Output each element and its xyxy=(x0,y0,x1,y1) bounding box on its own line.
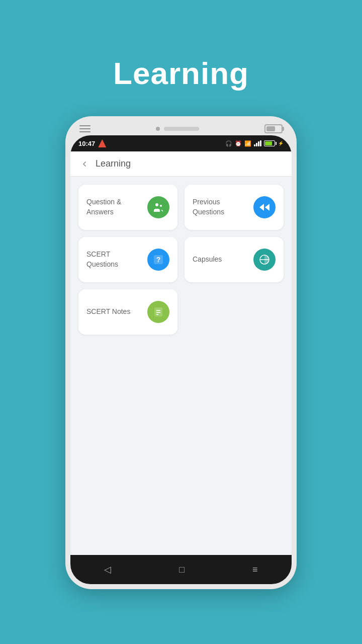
learning-grid: Question &Answers PreviousQuestions xyxy=(70,177,292,555)
capsules-card[interactable]: Capsules xyxy=(185,237,284,282)
svg-rect-8 xyxy=(154,307,162,316)
capsule-icon xyxy=(253,249,276,271)
phone-top-bar xyxy=(70,121,292,135)
phone-screen: 10:47 🎧 ⏰ 📶 xyxy=(70,135,292,584)
status-bar: 10:47 🎧 ⏰ 📶 xyxy=(70,135,292,151)
question-answers-label: Question &Answers xyxy=(86,197,143,217)
capsules-label: Capsules xyxy=(193,255,249,265)
question-answers-card[interactable]: Question &Answers xyxy=(78,185,177,230)
app-logo-icon xyxy=(98,139,106,147)
nav-home-button[interactable]: □ xyxy=(169,562,195,577)
header-title: Learning xyxy=(96,158,131,169)
alarm-icon: ⏰ xyxy=(235,140,242,147)
back-button[interactable] xyxy=(79,159,89,169)
svg-marker-2 xyxy=(259,204,264,211)
status-left: 10:47 xyxy=(78,139,106,147)
status-time: 10:47 xyxy=(78,140,95,147)
phone-notch xyxy=(156,127,199,131)
bottom-nav: ◁ □ ≡ xyxy=(70,555,292,584)
phone-shell: 10:47 🎧 ⏰ 📶 xyxy=(65,116,297,589)
svg-text:?: ? xyxy=(156,256,161,264)
scert-notes-label: SCERT Notes xyxy=(86,307,143,317)
headphone-icon: 🎧 xyxy=(225,140,232,147)
svg-marker-3 xyxy=(265,204,269,211)
phone-top-battery-icon xyxy=(264,124,283,133)
phone-hamburger-icon xyxy=(79,125,90,132)
wifi-icon: 📶 xyxy=(244,140,251,147)
rewind-icon xyxy=(253,196,276,218)
notes-icon xyxy=(147,301,169,323)
nav-menu-button[interactable]: ≡ xyxy=(242,562,268,577)
status-right: 🎧 ⏰ 📶 ⚡ xyxy=(225,140,284,147)
scert-questions-label: SCERTQuestions xyxy=(86,250,143,269)
app-header: Learning xyxy=(70,151,292,177)
svg-point-1 xyxy=(160,205,162,207)
previous-questions-card[interactable]: PreviousQuestions xyxy=(185,185,284,230)
previous-questions-label: PreviousQuestions xyxy=(193,197,249,217)
page-bg-title: Learning xyxy=(113,55,249,91)
charging-bolt-icon: ⚡ xyxy=(278,141,284,146)
scert-notes-card[interactable]: SCERT Notes xyxy=(78,289,177,335)
svg-point-0 xyxy=(155,203,158,206)
question-icon: ? xyxy=(147,249,169,271)
scert-questions-card[interactable]: SCERTQuestions ? xyxy=(78,237,177,282)
nav-back-button[interactable]: ◁ xyxy=(94,562,121,577)
signal-bars-icon xyxy=(254,140,261,146)
battery-icon xyxy=(264,140,275,146)
people-icon xyxy=(147,196,169,218)
